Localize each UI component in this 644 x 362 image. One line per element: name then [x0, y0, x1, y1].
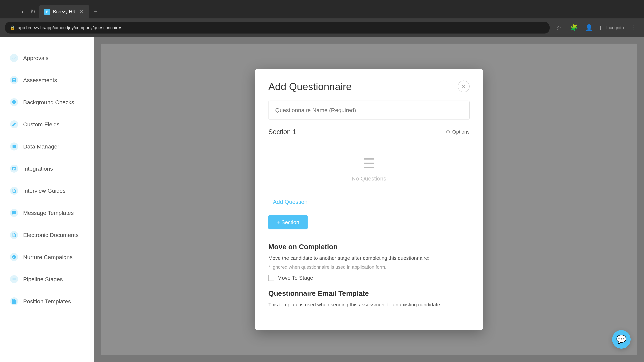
sidebar-item-position-templates[interactable]: Position Templates [0, 290, 94, 312]
chat-bubble[interactable]: 💬 [612, 330, 630, 349]
back-button[interactable]: ← [5, 7, 15, 17]
bookmark-button[interactable]: ☆ [553, 22, 565, 33]
move-on-completion-title: Move on Completion [268, 243, 470, 251]
sidebar-item-approvals[interactable]: Approvals [0, 47, 94, 69]
email-template-section: Questionnaire Email Template This templa… [268, 290, 470, 308]
separator: | [598, 25, 603, 30]
no-questions-area: ☰ No Questions [268, 142, 470, 195]
modal-header: Add Questionnaire × [268, 81, 470, 92]
sidebar-item-integrations[interactable]: Integrations [0, 158, 94, 180]
add-section-label: + Section [277, 219, 299, 225]
sidebar-item-data-manager[interactable]: Data Manager [0, 135, 94, 158]
modal-close-button[interactable]: × [458, 81, 470, 92]
sidebar-item-nurture-campaigns[interactable]: Nurture Campaigns [0, 246, 94, 268]
menu-button[interactable]: ⋮ [627, 22, 639, 33]
electronic-documents-icon [10, 231, 18, 239]
browser-toolbar: 🔒 app.breezy.hr/app/c/moodjoy/company/qu… [0, 18, 644, 37]
move-on-completion-description: Move the candidate to another stage afte… [268, 254, 470, 262]
add-section-button[interactable]: + Section [268, 215, 308, 229]
active-tab[interactable]: B Breezy HR ✕ [39, 5, 90, 18]
sidebar-item-pipeline-stages[interactable]: Pipeline Stages [0, 268, 94, 290]
sidebar-approvals-label: Approvals [23, 55, 48, 61]
options-label: Options [452, 129, 470, 135]
email-template-description: This template is used when sending this … [268, 301, 470, 308]
sidebar-item-custom-fields[interactable]: Custom Fields [0, 113, 94, 135]
new-tab-button[interactable]: + [91, 7, 101, 17]
content-area: Add Questionnaire × Section 1 ⚙ Options … [94, 37, 644, 362]
add-question-button[interactable]: + Add Question [268, 195, 308, 209]
sidebar-integrations-label: Integrations [23, 165, 53, 172]
tab-label: Breezy HR [53, 9, 76, 14]
questionnaire-name-input[interactable] [268, 101, 470, 120]
move-to-stage-label: Move To Stage [278, 275, 313, 281]
message-templates-icon [10, 209, 18, 217]
move-to-stage-checkbox[interactable] [268, 275, 274, 281]
move-on-completion-note: * Ignored when questionnaire is used in … [268, 265, 470, 270]
interview-guides-icon [10, 187, 18, 195]
position-templates-icon [10, 297, 18, 305]
nurture-campaigns-icon [10, 253, 18, 261]
forward-button[interactable]: → [16, 7, 26, 17]
sidebar: Approvals Assessments Background Checks … [0, 37, 94, 362]
chat-icon: 💬 [616, 335, 626, 344]
url-text: app.breezy.hr/app/c/moodjoy/company/ques… [18, 25, 122, 30]
incognito-label: Incognito [606, 25, 624, 30]
add-question-label: + Add Question [268, 199, 308, 205]
sidebar-item-electronic-documents[interactable]: Electronic Documents [0, 224, 94, 246]
url-bar[interactable]: 🔒 app.breezy.hr/app/c/moodjoy/company/qu… [5, 22, 550, 33]
sidebar-interview-guides-label: Interview Guides [23, 188, 66, 194]
sidebar-data-manager-label: Data Manager [23, 143, 59, 150]
sidebar-assessments-label: Assessments [23, 77, 57, 83]
sidebar-item-interview-guides[interactable]: Interview Guides [0, 180, 94, 202]
sidebar-position-templates-label: Position Templates [23, 298, 71, 305]
background-checks-icon [10, 98, 18, 106]
email-template-title: Questionnaire Email Template [268, 290, 470, 298]
lock-icon: 🔒 [10, 25, 15, 30]
sidebar-item-assessments[interactable]: Assessments [0, 69, 94, 91]
main-area: Approvals Assessments Background Checks … [0, 37, 644, 362]
close-icon: × [462, 83, 466, 90]
assessments-icon [10, 76, 18, 84]
sidebar-custom-fields-label: Custom Fields [23, 121, 60, 128]
custom-fields-icon [10, 120, 18, 128]
modal-title: Add Questionnaire [268, 81, 352, 92]
profile-button[interactable]: 👤 [583, 22, 595, 33]
sidebar-pipeline-stages-label: Pipeline Stages [23, 276, 63, 283]
sidebar-electronic-documents-label: Electronic Documents [23, 232, 79, 238]
sidebar-nurture-campaigns-label: Nurture Campaigns [23, 254, 72, 260]
tab-favicon: B [44, 9, 50, 15]
list-icon: ☰ [363, 156, 375, 171]
gear-icon: ⚙ [446, 129, 450, 135]
integrations-icon [10, 165, 18, 173]
section-header: Section 1 ⚙ Options [268, 128, 470, 136]
sidebar-item-background-checks[interactable]: Background Checks [0, 91, 94, 113]
sidebar-item-message-templates[interactable]: Message Templates [0, 202, 94, 224]
approvals-icon [10, 54, 18, 62]
data-manager-icon [10, 142, 18, 150]
move-on-completion-section: Move on Completion Move the candidate to… [268, 243, 470, 281]
move-to-stage-row: Move To Stage [268, 275, 470, 281]
options-button[interactable]: ⚙ Options [446, 129, 470, 135]
tab-close-button[interactable]: ✕ [78, 9, 84, 15]
browser-chrome: ← → ↻ B Breezy HR ✕ + 🔒 app.breezy.hr/ap… [0, 0, 644, 37]
extensions-button[interactable]: 🧩 [568, 22, 580, 33]
section-title: Section 1 [268, 128, 296, 136]
sidebar-background-checks-label: Background Checks [23, 99, 74, 106]
add-questionnaire-modal: Add Questionnaire × Section 1 ⚙ Options … [255, 69, 483, 330]
browser-tab-bar: ← → ↻ B Breezy HR ✕ + [0, 0, 644, 18]
sidebar-message-templates-label: Message Templates [23, 210, 74, 216]
pipeline-stages-icon [10, 275, 18, 283]
no-questions-text: No Questions [352, 175, 386, 182]
refresh-button[interactable]: ↻ [28, 7, 38, 17]
